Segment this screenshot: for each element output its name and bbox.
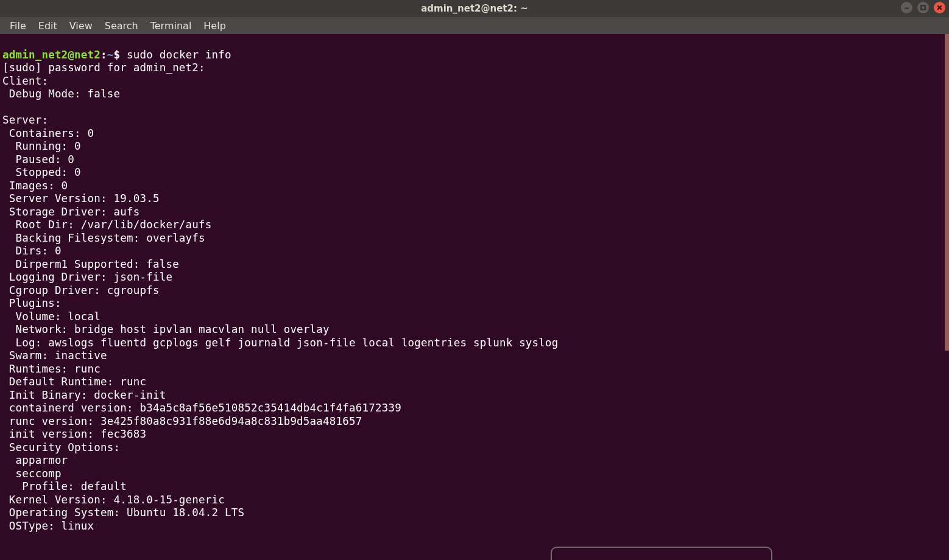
prompt-symbol: $	[114, 49, 121, 61]
close-button[interactable]	[934, 2, 945, 13]
output-line: Running: 0	[2, 140, 81, 152]
output-line: Plugins:	[2, 297, 62, 309]
output-line: Root Dir: /var/lib/docker/aufs	[2, 219, 212, 231]
output-line: Log: awslogs fluentd gcplogs gelf journa…	[2, 337, 559, 349]
output-line: Volume: local	[2, 310, 101, 323]
output-line: seccomp	[2, 467, 62, 480]
output-line: [sudo] password for admin_net2:	[2, 61, 205, 74]
minimize-button[interactable]	[901, 2, 912, 13]
output-line: Network: bridge host ipvlan macvlan null…	[2, 323, 330, 335]
output-line: Paused: 0	[2, 153, 74, 166]
maximize-icon	[920, 4, 926, 11]
output-line: Runtimes: runc	[2, 363, 101, 375]
menu-terminal[interactable]: Terminal	[144, 19, 198, 33]
close-icon	[936, 4, 943, 11]
output-line: Default Runtime: runc	[2, 376, 146, 388]
output-line: apparmor	[2, 454, 68, 466]
menu-view[interactable]: View	[63, 19, 99, 33]
output-line: Dirperm1 Supported: false	[2, 258, 179, 270]
window-titlebar: admin_net2@net2: ~	[0, 0, 949, 17]
menu-file[interactable]: File	[4, 19, 32, 33]
prompt-path: ~	[107, 49, 114, 61]
menu-search[interactable]: Search	[99, 19, 144, 33]
output-line: init version: fec3683	[2, 428, 146, 440]
output-line: Kernel Version: 4.18.0-15-generic	[2, 494, 225, 506]
output-line: Operating System: Ubuntu 18.04.2 LTS	[2, 506, 244, 519]
output-line: Server Version: 19.03.5	[2, 192, 160, 205]
menu-bar: File Edit View Search Terminal Help	[0, 17, 949, 34]
window-title: admin_net2@net2: ~	[0, 3, 949, 14]
output-line: Stopped: 0	[2, 166, 81, 178]
output-line: Server:	[2, 114, 48, 126]
minimize-icon	[903, 4, 910, 11]
command-text: sudo docker info	[127, 49, 231, 61]
output-line: Logging Driver: json-file	[2, 271, 172, 283]
output-line: Init Binary: docker-init	[2, 389, 166, 401]
menu-help[interactable]: Help	[197, 19, 231, 33]
output-line: Storage Driver: aufs	[2, 206, 139, 218]
output-line: Containers: 0	[2, 127, 94, 139]
prompt-userhost: admin_net2@net2	[2, 49, 101, 61]
svg-rect-1	[921, 5, 925, 10]
output-line: Images: 0	[2, 180, 68, 192]
popup-edge	[551, 547, 772, 560]
output-line: runc version: 3e425f80a8c931f88e6d94a8c8…	[2, 415, 362, 427]
output-line: Cgroup Driver: cgroupfs	[2, 284, 160, 296]
prompt-separator: :	[101, 49, 107, 61]
output-line: Profile: default	[2, 480, 127, 492]
output-line: Security Options:	[2, 441, 120, 453]
terminal-viewport[interactable]: admin_net2@net2:~$ sudo docker info [sud…	[0, 34, 949, 560]
window-controls	[901, 2, 945, 13]
output-line: Debug Mode: false	[2, 88, 120, 100]
output-line: Client:	[2, 75, 48, 87]
scrollbar-thumb[interactable]	[945, 34, 949, 351]
menu-edit[interactable]: Edit	[32, 19, 63, 33]
maximize-button[interactable]	[917, 2, 929, 13]
output-line: containerd version: b34a5c8af56e510852c3…	[2, 402, 401, 414]
output-line: Dirs: 0	[2, 245, 62, 257]
output-line: Swarm: inactive	[2, 349, 107, 362]
output-line: Backing Filesystem: overlayfs	[2, 232, 205, 244]
output-line: OSType: linux	[2, 520, 94, 532]
